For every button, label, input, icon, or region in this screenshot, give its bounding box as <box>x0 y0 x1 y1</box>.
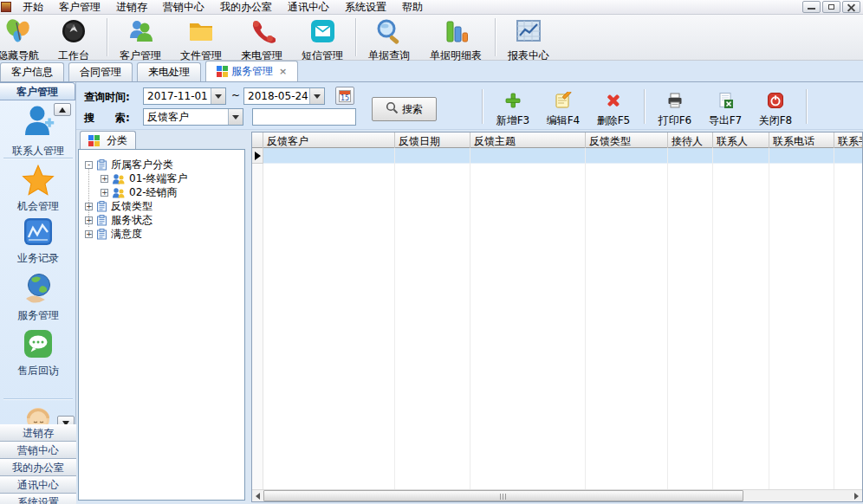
action-label: 删除F5 <box>597 113 631 128</box>
sidebar-item-label: 服务管理 <box>0 308 76 323</box>
scroll-right-arrow[interactable] <box>851 490 862 501</box>
selected-row[interactable] <box>263 148 863 164</box>
column-header-4[interactable]: 接待人 <box>668 132 713 148</box>
customer-mgmt-button[interactable]: 客户管理 <box>110 16 171 59</box>
add-button[interactable]: 新增F3 <box>488 87 538 128</box>
search-button-label: 搜索 <box>402 102 423 117</box>
panel-splitter[interactable] <box>245 130 251 504</box>
menu-item-7[interactable]: 帮助 <box>394 0 431 16</box>
close-panel-button[interactable]: 关闭F8 <box>750 87 801 128</box>
dropdown-arrow-icon[interactable] <box>228 109 243 125</box>
sms-mgmt-button[interactable]: 短信管理 <box>292 16 353 59</box>
sidebar-group-2[interactable]: 我的办公室 <box>0 459 76 476</box>
date-to-select[interactable]: 2018-05-24 <box>243 87 325 105</box>
contact-person-icon <box>22 131 55 143</box>
column-gridline <box>667 148 668 489</box>
menu-item-3[interactable]: 营销中心 <box>155 0 212 16</box>
menu-item-4[interactable]: 我的办公室 <box>212 0 280 16</box>
column-header-6[interactable]: 联系电话 <box>769 132 834 148</box>
delete-button[interactable]: 删除F5 <box>588 87 639 128</box>
sidebar-item-label: 机会管理 <box>0 199 76 214</box>
tab-contract-mgmt[interactable]: 合同管理 <box>68 62 133 81</box>
tab-label: 合同管理 <box>80 65 121 80</box>
scrollbar-thumb[interactable] <box>263 490 743 501</box>
sidebar-item-service-mgmt[interactable]: 服务管理 <box>0 272 76 323</box>
navigation-sidebar: 客户管理 联系人管理 机会管理 业务记录 服务管理 售后回访 <box>0 82 76 504</box>
export-button[interactable]: 导出F7 <box>700 87 750 128</box>
tree-item-3[interactable]: +反馈类型 <box>85 199 152 213</box>
close-button[interactable] <box>842 1 860 13</box>
scroll-left-arrow[interactable] <box>252 490 263 501</box>
sidebar-group-customer-mgmt[interactable]: 客户管理 <box>0 82 75 100</box>
feedback-table: 反馈客户反馈日期反馈主题反馈类型接待人联系人联系电话联系手机 <box>251 132 863 502</box>
expand-icon[interactable]: + <box>101 189 108 197</box>
tab-call-handling[interactable]: 来电处理 <box>137 62 201 81</box>
report-center-button[interactable]: 报表中心 <box>498 16 559 59</box>
collapse-icon[interactable]: - <box>85 161 93 169</box>
sidebar-item-business-records[interactable]: 业务记录 <box>0 216 76 266</box>
sidebar-group-1[interactable]: 营销中心 <box>0 442 76 459</box>
sidebar-group-3[interactable]: 通讯中心 <box>0 476 76 494</box>
search-button[interactable]: 搜索 <box>372 97 437 121</box>
printer-icon <box>666 92 684 113</box>
expand-icon[interactable]: + <box>101 175 108 183</box>
column-header-3[interactable]: 反馈类型 <box>586 132 668 148</box>
doc-query-button[interactable]: 单据查询 <box>359 16 419 59</box>
tree-item-4[interactable]: +服务状态 <box>85 213 152 227</box>
restore-button[interactable] <box>822 1 840 13</box>
column-header-1[interactable]: 反馈日期 <box>395 132 470 148</box>
tab-label: 客户信息 <box>11 65 53 80</box>
menu-item-5[interactable]: 通讯中心 <box>280 0 337 16</box>
expand-icon[interactable]: + <box>85 216 93 224</box>
tree-item-5[interactable]: +满意度 <box>85 227 142 241</box>
sidebar-item-contacts[interactable]: 联系人管理 <box>0 104 76 158</box>
minimize-button[interactable] <box>802 1 821 13</box>
menu-item-1[interactable]: 客户管理 <box>51 0 108 16</box>
customers-icon <box>112 173 126 184</box>
action-label: 打印F6 <box>659 113 692 128</box>
date-from-select[interactable]: 2017-11-01 <box>143 87 226 105</box>
workbench-button[interactable]: 工作台 <box>43 16 104 59</box>
dropdown-arrow-icon[interactable] <box>309 88 324 104</box>
sidebar-item-after-sales[interactable]: 售后回访 <box>0 327 76 378</box>
sidebar-group-4[interactable]: 系统设置 <box>0 494 76 504</box>
edit-button[interactable]: 编辑F4 <box>538 87 588 128</box>
file-mgmt-button[interactable]: 文件管理 <box>171 16 231 59</box>
dropdown-arrow-icon[interactable] <box>211 88 225 104</box>
sidebar-item-opportunity[interactable]: 机会管理 <box>0 165 76 214</box>
tab-customer-info[interactable]: 客户信息 <box>0 62 64 81</box>
main-area: 查询时间: 2017-11-01 ~ 2018-05-24 15 搜 索: 反馈… <box>76 82 863 504</box>
column-header-2[interactable]: 反馈主题 <box>470 132 586 148</box>
menu-item-0[interactable]: 开始 <box>15 0 51 16</box>
search-input[interactable] <box>252 108 356 126</box>
sidebar-group-0[interactable]: 进销存 <box>0 424 76 442</box>
column-header-0[interactable]: 反馈客户 <box>263 132 395 148</box>
tree-item-0[interactable]: -所属客户分类 <box>85 158 173 171</box>
main-toolbar: 隐藏导航 工作台 客户管理 文件管理 来电管理 短信管理 单据查询 <box>0 15 863 61</box>
menu-item-2[interactable]: 进销存 <box>108 0 155 16</box>
hide-nav-button[interactable]: 隐藏导航 <box>0 16 43 59</box>
action-label: 编辑F4 <box>547 113 581 128</box>
call-mgmt-button[interactable]: 来电管理 <box>231 16 292 59</box>
menu-items: 开始客户管理进销存营销中心我的办公室通讯中心系统设置帮助 <box>15 0 431 16</box>
search-icon <box>386 101 399 117</box>
print-button[interactable]: 打印F6 <box>650 87 700 128</box>
tab-close-icon[interactable]: × <box>279 66 287 77</box>
column-gridline <box>394 148 395 489</box>
column-header-7[interactable]: 联系手机 <box>834 132 863 148</box>
calendar-button[interactable]: 15 <box>335 87 354 105</box>
search-type-select[interactable]: 反馈客户 <box>143 108 243 126</box>
expand-icon[interactable]: + <box>85 203 93 210</box>
menu-item-6[interactable]: 系统设置 <box>337 0 394 16</box>
sidebar-item-label: 联系人管理 <box>0 144 76 158</box>
expand-icon[interactable]: + <box>85 230 93 238</box>
power-icon <box>767 92 784 113</box>
column-header-5[interactable]: 联系人 <box>713 132 769 148</box>
tree-item-1[interactable]: +01-终端客户 <box>101 171 188 185</box>
app-icon[interactable] <box>1 2 11 12</box>
tree-tab-category[interactable]: 分类 <box>80 131 136 149</box>
tree-item-2[interactable]: +02-经销商 <box>101 185 178 199</box>
doc-detail-button[interactable]: 单据明细表 <box>419 16 492 59</box>
star-icon <box>22 186 55 198</box>
tab-service-mgmt[interactable]: 服务管理 × <box>205 61 298 81</box>
